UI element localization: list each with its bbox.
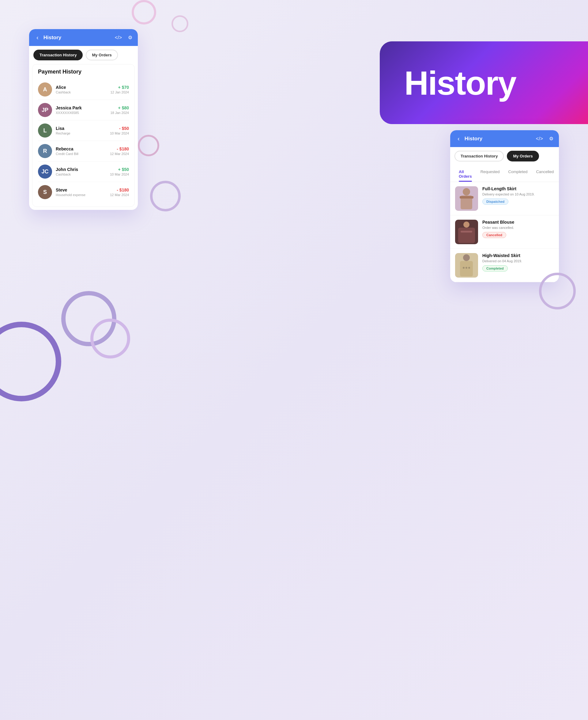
svg-point-9 [463, 254, 470, 261]
order-desc: Delivered on 04 Aug 2019. [482, 259, 554, 263]
tab-all-orders[interactable]: All Orders [455, 166, 476, 182]
txn-date: 12 Mar 2024 [110, 152, 129, 156]
txn-right: + $80 18 Jan 2024 [110, 105, 129, 115]
deco-circle-7 [132, 0, 156, 24]
hero-title: History [404, 63, 516, 102]
phone1-header: ‹ History </> ⚙ [29, 29, 138, 46]
deco-circle-1 [150, 181, 181, 211]
txn-right: + $50 10 Mar 2024 [110, 167, 129, 176]
svg-rect-3 [460, 196, 474, 199]
svg-rect-7 [461, 231, 472, 232]
order-name: High-Waisted Skirt [482, 253, 554, 258]
phone1-title: History [43, 35, 109, 41]
order-item: Peasant Blouse Order was cancelled. Canc… [450, 215, 559, 249]
code-icon-2[interactable]: </> [536, 136, 543, 142]
order-list: Full-Length Skirt Delivery expected on 1… [450, 182, 559, 282]
txn-info: Rebecca Credit Card Bill [56, 146, 110, 156]
tab-cancelled[interactable]: Cancelled [532, 166, 558, 182]
txn-sub: Cashback [56, 90, 110, 94]
transaction-row: L Lisa Recharge - $50 10 Mar 2024 [38, 120, 129, 141]
avatar: A [38, 82, 52, 97]
transaction-list: A Alice Cashback + $70 12 Jan 2024 JP Je… [38, 79, 129, 202]
txn-date: 18 Jan 2024 [110, 111, 129, 115]
txn-right: - $50 10 Mar 2024 [110, 126, 129, 135]
txn-amount: + $70 [110, 85, 129, 90]
order-image [455, 220, 478, 244]
tab2-transaction-history[interactable]: Transaction History [455, 151, 504, 162]
txn-info: Lisa Recharge [56, 126, 110, 135]
order-details: High-Waisted Skirt Delivered on 04 Aug 2… [482, 253, 554, 271]
order-name: Peasant Blouse [482, 220, 554, 225]
txn-name: Alice [56, 85, 110, 90]
txn-sub: XXXXXXX6585 [56, 111, 110, 115]
svg-point-12 [465, 267, 467, 269]
status-badge: Cancelled [482, 232, 506, 238]
txn-name: Jessica Park [56, 105, 110, 110]
txn-sub: Recharge [56, 131, 110, 135]
avatar: S [38, 185, 52, 199]
txn-right: - $180 12 Mar 2024 [110, 187, 129, 197]
deco-circle-4 [90, 318, 130, 358]
txn-sub: Cashback [56, 172, 110, 176]
txn-date: 10 Mar 2024 [110, 172, 129, 176]
txn-amount: - $50 [110, 126, 129, 131]
deco-circle-6 [138, 135, 159, 156]
avatar: R [38, 144, 52, 158]
order-desc: Delivery expected on 10 Aug 2019. [482, 192, 554, 196]
back-button-2[interactable]: ‹ [456, 135, 462, 143]
transaction-row: JC John Chris Cashback + $50 10 Mar 2024 [38, 162, 129, 182]
deco-circle-8 [171, 15, 188, 32]
transaction-row: S Steve Household expense - $180 12 Mar … [38, 182, 129, 202]
payment-history-section: Payment History A Alice Cashback + $70 1… [32, 64, 135, 207]
transaction-row: R Rebecca Credit Card Bill - $180 12 Mar… [38, 141, 129, 162]
tab-requested[interactable]: Requested [476, 166, 504, 182]
avatar: JC [38, 165, 52, 179]
order-details: Peasant Blouse Order was cancelled. Canc… [482, 220, 554, 238]
gear-icon-2[interactable]: ⚙ [549, 136, 553, 142]
txn-info: Steve Household expense [56, 187, 110, 197]
phone-transaction-history: ‹ History </> ⚙ Transaction History My O… [29, 29, 138, 210]
phone2-title: History [465, 136, 530, 142]
txn-name: Steve [56, 187, 110, 192]
txn-name: Lisa [56, 126, 110, 131]
status-badge: Completed [482, 265, 508, 271]
svg-rect-6 [458, 228, 475, 243]
txn-amount: - $180 [110, 187, 129, 192]
hero-banner: History [380, 41, 588, 124]
order-image [455, 253, 478, 277]
phone2-header: ‹ History </> ⚙ [450, 130, 559, 147]
txn-info: Alice Cashback [56, 85, 110, 94]
deco-circle-5 [0, 322, 61, 402]
payment-history-title: Payment History [38, 69, 129, 75]
back-button[interactable]: ‹ [35, 34, 40, 42]
svg-point-13 [468, 267, 470, 269]
txn-right: - $180 12 Mar 2024 [110, 146, 129, 156]
order-name: Full-Length Skirt [482, 186, 554, 191]
svg-point-5 [463, 222, 469, 228]
order-item: High-Waisted Skirt Delivered on 04 Aug 2… [450, 249, 559, 282]
avatar: JP [38, 103, 52, 117]
tab-completed[interactable]: Completed [504, 166, 532, 182]
txn-info: John Chris Cashback [56, 167, 110, 176]
txn-info: Jessica Park XXXXXXX6585 [56, 105, 110, 115]
order-tabs: All Orders Requested Completed Cancelled [450, 165, 559, 182]
code-icon[interactable]: </> [115, 35, 122, 40]
order-desc: Order was cancelled. [482, 226, 554, 229]
gear-icon[interactable]: ⚙ [128, 35, 132, 40]
transaction-row: A Alice Cashback + $70 12 Jan 2024 [38, 79, 129, 100]
phone1-tab-bar: Transaction History My Orders [29, 46, 138, 64]
txn-right: + $70 12 Jan 2024 [110, 85, 129, 94]
tab2-my-orders[interactable]: My Orders [507, 151, 539, 162]
txn-date: 12 Jan 2024 [110, 90, 129, 94]
txn-amount: + $50 [110, 167, 129, 172]
status-badge: Dispatched [482, 199, 508, 205]
txn-name: Rebecca [56, 146, 110, 151]
tab-my-orders[interactable]: My Orders [86, 49, 118, 60]
order-image [455, 186, 478, 211]
tab-transaction-history[interactable]: Transaction History [34, 49, 83, 60]
phone-my-orders: ‹ History </> ⚙ Transaction History My O… [450, 130, 559, 282]
phone2-tab-bar: Transaction History My Orders [450, 147, 559, 165]
txn-amount: - $180 [110, 146, 129, 151]
svg-point-1 [463, 188, 470, 196]
order-item: Full-Length Skirt Delivery expected on 1… [450, 182, 559, 215]
